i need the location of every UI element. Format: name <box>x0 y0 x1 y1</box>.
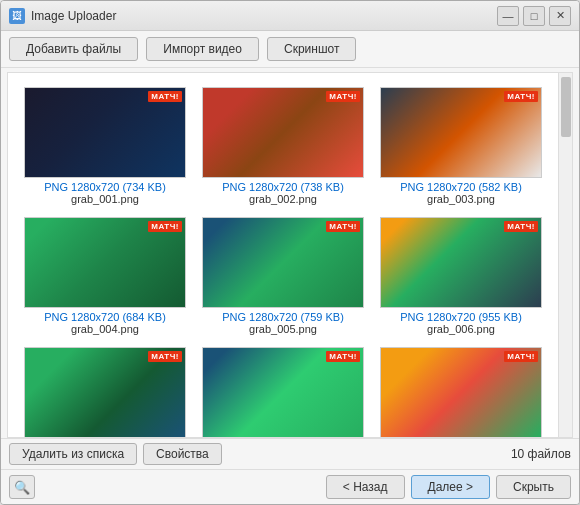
image-info: PNG 1280x720 (582 KB) <box>400 181 522 193</box>
screenshot-button[interactable]: Скриншот <box>267 37 356 61</box>
help-icon-button[interactable]: 🔍 <box>9 475 35 499</box>
image-filename: grab_003.png <box>427 193 495 205</box>
close-button[interactable]: ✕ <box>549 6 571 26</box>
content-area: МАТЧ!PNG 1280x720 (734 KB)grab_001.pngМА… <box>7 72 573 438</box>
image-info: PNG 1280x720 (955 KB) <box>400 311 522 323</box>
image-filename: grab_001.png <box>71 193 139 205</box>
minimize-button[interactable]: — <box>497 6 519 26</box>
maximize-button[interactable]: □ <box>523 6 545 26</box>
image-info: PNG 1280x720 (684 KB) <box>44 311 166 323</box>
properties-button[interactable]: Свойства <box>143 443 222 465</box>
scrollbar[interactable] <box>558 73 572 437</box>
file-count: 10 файлов <box>511 447 571 461</box>
image-filename: grab_004.png <box>71 323 139 335</box>
image-info: PNG 1280x720 (734 KB) <box>44 181 166 193</box>
image-item[interactable]: МАТЧ!PNG 1280x720 (734 KB)grab_001.png <box>16 81 194 211</box>
window-controls: — □ ✕ <box>497 6 571 26</box>
app-icon: 🖼 <box>9 8 25 24</box>
image-item[interactable]: МАТЧ!PNG 1280x720 (582 KB)grab_003.png <box>372 81 550 211</box>
image-filename: grab_002.png <box>249 193 317 205</box>
image-item[interactable]: МАТЧ!PNG 1280x720 (xxx KB)grab_009.png <box>372 341 550 437</box>
hide-button[interactable]: Скрыть <box>496 475 571 499</box>
image-item[interactable]: МАТЧ!PNG 1280x720 (xxx KB)grab_007.png <box>16 341 194 437</box>
image-item[interactable]: МАТЧ!PNG 1280x720 (684 KB)grab_004.png <box>16 211 194 341</box>
image-item[interactable]: МАТЧ!PNG 1280x720 (955 KB)grab_006.png <box>372 211 550 341</box>
image-grid: МАТЧ!PNG 1280x720 (734 KB)grab_001.pngМА… <box>8 73 558 437</box>
footer: 🔍 < Назад Далее > Скрыть <box>1 469 579 504</box>
toolbar: Добавить файлы Импорт видео Скриншот <box>1 31 579 68</box>
next-button[interactable]: Далее > <box>411 475 491 499</box>
help-icon: 🔍 <box>14 480 30 495</box>
add-files-button[interactable]: Добавить файлы <box>9 37 138 61</box>
delete-from-list-button[interactable]: Удалить из списка <box>9 443 137 465</box>
back-button[interactable]: < Назад <box>326 475 405 499</box>
image-info: PNG 1280x720 (759 KB) <box>222 311 344 323</box>
import-video-button[interactable]: Импорт видео <box>146 37 259 61</box>
title-bar: 🖼 Image Uploader — □ ✕ <box>1 1 579 31</box>
image-item[interactable]: МАТЧ!PNG 1280x720 (738 KB)grab_002.png <box>194 81 372 211</box>
main-window: 🖼 Image Uploader — □ ✕ Добавить файлы Им… <box>0 0 580 505</box>
image-item[interactable]: МАТЧ!PNG 1280x720 (xxx KB)grab_008.png <box>194 341 372 437</box>
window-title: Image Uploader <box>31 9 497 23</box>
scroll-thumb[interactable] <box>561 77 571 137</box>
image-filename: grab_005.png <box>249 323 317 335</box>
bottom-toolbar: Удалить из списка Свойства 10 файлов <box>1 438 579 469</box>
image-filename: grab_006.png <box>427 323 495 335</box>
image-item[interactable]: МАТЧ!PNG 1280x720 (759 KB)grab_005.png <box>194 211 372 341</box>
image-info: PNG 1280x720 (738 KB) <box>222 181 344 193</box>
